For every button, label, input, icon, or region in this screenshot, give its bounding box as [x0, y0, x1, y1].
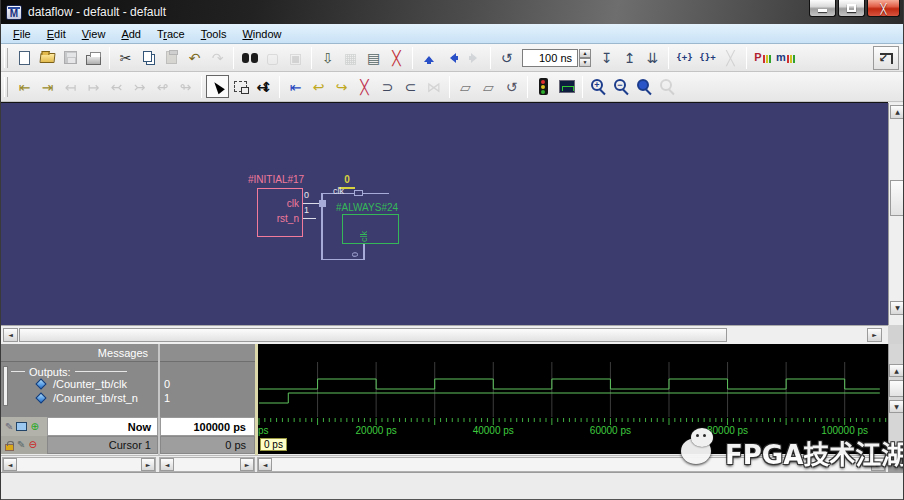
restart-button[interactable]: ↺ — [495, 46, 518, 69]
canvas-vscroll-thumb[interactable] — [890, 180, 904, 216]
step-into-button[interactable]: {+} — [673, 46, 696, 69]
canvas-vscrollbar[interactable]: ▲ ▼ — [888, 103, 904, 325]
zoom-out-button[interactable]: − — [610, 75, 633, 98]
now-value-cell: 100000 ps — [160, 417, 255, 436]
trace-reset-button[interactable]: ⇥ — [36, 75, 59, 98]
wave-messages-header[interactable]: Messages — [1, 344, 158, 362]
dataflow-canvas[interactable]: #INITIAL#17 clk rst_n 0 1 0 clk #ALWAYS#… — [1, 102, 888, 325]
name-hscrollbar[interactable]: ◄ ► — [2, 457, 156, 472]
clk-net-wire-vertical[interactable] — [321, 193, 323, 260]
undo-button[interactable]: ↶ — [183, 46, 206, 69]
run-length-field[interactable] — [522, 49, 578, 67]
always-block[interactable] — [342, 214, 399, 244]
select-mode-button[interactable] — [206, 75, 229, 98]
performance-profile-button[interactable]: P — [751, 46, 774, 69]
memory-profile-button[interactable]: m — [774, 46, 797, 69]
regenerate-button[interactable]: ↺ — [500, 75, 523, 98]
menu-window[interactable]: Window — [234, 26, 289, 42]
cut-button[interactable]: ✂ — [114, 46, 137, 69]
canvas-hscroll-thumb[interactable] — [19, 328, 727, 342]
copy-button[interactable] — [137, 46, 160, 69]
spin-down-arrow[interactable]: ▼ — [579, 58, 591, 67]
environment-up-button[interactable] — [417, 46, 440, 69]
wave-plot-area[interactable] — [258, 362, 888, 417]
toolbar-separator — [412, 47, 413, 69]
canvas-scroll-right-arrow[interactable]: ► — [867, 328, 882, 342]
step-over-button[interactable]: {}+ — [696, 46, 719, 69]
trace-set-button[interactable]: ⇤ — [13, 75, 36, 98]
signal-row-clk[interactable]: /Counter_tb/clk — [1, 377, 158, 391]
wave-scroll-down-arrow[interactable]: ▼ — [889, 400, 904, 413]
canvas-hscrollbar[interactable]: ◄ ► — [1, 325, 888, 344]
menu-edit[interactable]: Edit — [39, 26, 74, 42]
rst-pin-stub — [303, 218, 316, 219]
maximize-button[interactable] — [838, 0, 865, 17]
menu-file[interactable]: File — [5, 26, 39, 42]
wave-scroll-right-arrow[interactable]: ► — [871, 458, 885, 471]
wave-scroll-left-arrow[interactable]: ◄ — [258, 458, 272, 471]
close-button[interactable]: ╳ — [867, 0, 900, 17]
simulate-button[interactable]: ▤ — [362, 46, 385, 69]
compile-button[interactable]: ⇩ — [316, 46, 339, 69]
new-file-button[interactable] — [13, 46, 36, 69]
always-input-wire[interactable] — [363, 244, 365, 260]
environment-back-button[interactable] — [440, 46, 463, 69]
wave-scroll-up-arrow[interactable]: ▲ — [889, 364, 904, 377]
find-button[interactable] — [238, 46, 261, 69]
value-scroll-left-arrow[interactable]: ◄ — [160, 458, 174, 471]
canvas-scroll-left-arrow[interactable]: ◄ — [3, 328, 18, 342]
name-scroll-left-arrow[interactable]: ◄ — [3, 458, 17, 471]
menu-view[interactable]: View — [74, 26, 114, 42]
clk-net-wire-top2[interactable] — [363, 193, 389, 194]
zoom-in-button[interactable]: + — [587, 75, 610, 98]
signal-row-rst-n[interactable]: /Counter_tb/rst_n — [1, 391, 158, 405]
embedded-wave-viewer-button[interactable] — [555, 75, 578, 98]
cursor-time-box[interactable]: 0 ps — [260, 438, 287, 451]
canvas-scroll-up-arrow[interactable]: ▲ — [890, 105, 904, 119]
cursor-label-cell[interactable]: Cursor 1 — [47, 436, 158, 454]
value-scroll-right-arrow[interactable]: ► — [240, 458, 254, 471]
erase-highlights-button[interactable]: ▱ — [454, 75, 477, 98]
timeline-ruler[interactable]: 0 ps20000 ps40000 ps60000 ps80000 ps1000… — [258, 417, 888, 436]
pan-mode-button[interactable] — [252, 75, 275, 98]
lock-icon[interactable] — [5, 444, 14, 451]
menu-trace[interactable]: Trace — [149, 26, 193, 42]
remove-cursor-icon[interactable]: ⊖ — [28, 440, 36, 450]
insert-icon[interactable]: ⊕ — [30, 422, 38, 432]
expand-net-to-drivers-button[interactable]: ⇤ — [284, 75, 307, 98]
edit-cursor-icon[interactable]: ✎ — [17, 440, 25, 450]
spin-up-arrow[interactable]: ▲ — [579, 49, 591, 58]
value-hscrollbar[interactable]: ◄ ► — [159, 457, 255, 472]
wave-vscroll-thumb[interactable] — [889, 380, 904, 397]
wave-hscrollbar[interactable]: ◄ ► — [257, 457, 886, 472]
toolbar-separator — [233, 47, 234, 69]
expand-net-to-readers-button[interactable]: ↪ — [330, 75, 353, 98]
break-button[interactable]: ╳ — [385, 46, 408, 69]
canvas-scroll-down-arrow[interactable]: ▼ — [890, 301, 904, 315]
run-all-button[interactable]: ⇊ — [641, 46, 664, 69]
zoom-mode-button[interactable] — [229, 75, 252, 98]
expand-out-button[interactable]: ⊂ — [399, 75, 422, 98]
print-button[interactable] — [82, 46, 105, 69]
menu-tools[interactable]: Tools — [193, 26, 235, 42]
cursor-label: Cursor 1 — [109, 439, 151, 451]
menu-add[interactable]: Add — [113, 26, 149, 42]
edit-mode-icon[interactable]: ✎ — [5, 422, 13, 432]
erase-all-button[interactable]: ▱ — [477, 75, 500, 98]
net-connector[interactable] — [354, 190, 363, 196]
continue-run-button[interactable]: ↥ — [618, 46, 641, 69]
open-file-button[interactable] — [36, 46, 59, 69]
undock-button[interactable] — [873, 46, 899, 70]
zoom-in-icon: + — [591, 79, 603, 91]
delete-content-button[interactable]: ╳ — [353, 75, 376, 98]
expand-net-button[interactable]: ↩ — [307, 75, 330, 98]
show-wave-button[interactable] — [532, 75, 555, 98]
monitor-icon[interactable] — [16, 422, 27, 431]
clk-net-wire-bottom[interactable] — [321, 259, 365, 260]
cursor-track[interactable]: 0 ps — [258, 436, 888, 454]
expand-in-button[interactable]: ⊃ — [376, 75, 399, 98]
zoom-full-button[interactable] — [633, 75, 656, 98]
minimize-button[interactable] — [809, 0, 836, 17]
name-scroll-right-arrow[interactable]: ► — [141, 458, 155, 471]
run-button[interactable]: ↧ — [595, 46, 618, 69]
